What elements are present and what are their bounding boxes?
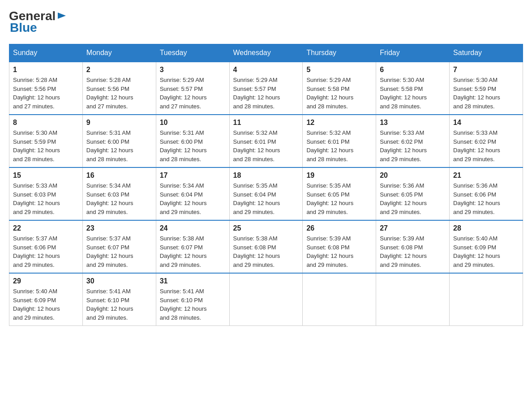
- day-number: 18: [233, 171, 299, 180]
- day-info: Sunrise: 5:36 AMSunset: 6:05 PMDaylight:…: [380, 181, 446, 216]
- day-number: 26: [306, 224, 372, 232]
- calendar-cell: 7Sunrise: 5:30 AMSunset: 5:59 PMDaylight…: [450, 62, 523, 115]
- svg-marker-0: [58, 13, 66, 19]
- day-info: Sunrise: 5:40 AMSunset: 6:09 PMDaylight:…: [453, 234, 519, 269]
- day-info: Sunrise: 5:34 AMSunset: 6:04 PMDaylight:…: [160, 181, 226, 216]
- day-info: Sunrise: 5:36 AMSunset: 6:06 PMDaylight:…: [453, 181, 519, 216]
- day-info: Sunrise: 5:28 AMSunset: 5:56 PMDaylight:…: [86, 76, 152, 111]
- day-info: Sunrise: 5:39 AMSunset: 6:08 PMDaylight:…: [380, 234, 446, 269]
- day-info: Sunrise: 5:35 AMSunset: 6:04 PMDaylight:…: [233, 181, 299, 216]
- day-number: 12: [306, 119, 372, 127]
- day-header-sunday: Sunday: [9, 44, 83, 62]
- calendar-cell: [376, 273, 450, 326]
- calendar-cell: 3Sunrise: 5:29 AMSunset: 5:57 PMDaylight…: [156, 62, 229, 115]
- logo: General Blue: [9, 9, 67, 35]
- day-number: 19: [306, 171, 372, 180]
- day-info: Sunrise: 5:41 AMSunset: 6:10 PMDaylight:…: [160, 287, 226, 322]
- day-info: Sunrise: 5:39 AMSunset: 6:08 PMDaylight:…: [306, 234, 372, 269]
- day-header-friday: Friday: [376, 44, 450, 62]
- day-info: Sunrise: 5:40 AMSunset: 6:09 PMDaylight:…: [13, 287, 79, 322]
- day-info: Sunrise: 5:31 AMSunset: 6:00 PMDaylight:…: [86, 128, 152, 163]
- page-header: General Blue: [9, 9, 523, 35]
- calendar-cell: 20Sunrise: 5:36 AMSunset: 6:05 PMDayligh…: [376, 167, 450, 220]
- calendar-cell: 15Sunrise: 5:33 AMSunset: 6:03 PMDayligh…: [9, 167, 83, 220]
- day-number: 13: [380, 119, 446, 127]
- day-number: 28: [453, 224, 519, 232]
- day-number: 11: [233, 119, 299, 127]
- day-info: Sunrise: 5:29 AMSunset: 5:57 PMDaylight:…: [233, 76, 299, 111]
- day-info: Sunrise: 5:29 AMSunset: 5:57 PMDaylight:…: [160, 76, 226, 111]
- logo-blue-text: Blue: [10, 21, 37, 35]
- day-info: Sunrise: 5:28 AMSunset: 5:56 PMDaylight:…: [13, 76, 79, 111]
- calendar-cell: [303, 273, 376, 326]
- day-header-saturday: Saturday: [450, 44, 523, 62]
- calendar-cell: 2Sunrise: 5:28 AMSunset: 5:56 PMDaylight…: [82, 62, 156, 115]
- calendar-cell: 1Sunrise: 5:28 AMSunset: 5:56 PMDaylight…: [9, 62, 83, 115]
- day-number: 30: [86, 277, 152, 285]
- day-number: 8: [13, 119, 79, 127]
- calendar-cell: 6Sunrise: 5:30 AMSunset: 5:58 PMDaylight…: [376, 62, 450, 115]
- calendar-cell: 21Sunrise: 5:36 AMSunset: 6:06 PMDayligh…: [450, 167, 523, 220]
- day-number: 3: [160, 66, 226, 74]
- calendar-cell: 16Sunrise: 5:34 AMSunset: 6:03 PMDayligh…: [82, 167, 156, 220]
- calendar-cell: 18Sunrise: 5:35 AMSunset: 6:04 PMDayligh…: [229, 167, 303, 220]
- calendar-cell: 17Sunrise: 5:34 AMSunset: 6:04 PMDayligh…: [156, 167, 229, 220]
- day-header-tuesday: Tuesday: [156, 44, 229, 62]
- day-info: Sunrise: 5:34 AMSunset: 6:03 PMDaylight:…: [86, 181, 152, 216]
- day-info: Sunrise: 5:35 AMSunset: 6:05 PMDaylight:…: [306, 181, 372, 216]
- day-number: 15: [13, 171, 79, 180]
- calendar-cell: 30Sunrise: 5:41 AMSunset: 6:10 PMDayligh…: [82, 273, 156, 326]
- day-number: 16: [86, 171, 152, 180]
- day-info: Sunrise: 5:31 AMSunset: 6:00 PMDaylight:…: [160, 128, 226, 163]
- day-number: 17: [160, 171, 226, 180]
- day-info: Sunrise: 5:30 AMSunset: 5:59 PMDaylight:…: [13, 128, 79, 163]
- calendar-cell: 5Sunrise: 5:29 AMSunset: 5:58 PMDaylight…: [303, 62, 376, 115]
- day-number: 23: [86, 224, 152, 232]
- calendar-cell: 12Sunrise: 5:32 AMSunset: 6:01 PMDayligh…: [303, 115, 376, 167]
- calendar-cell: 23Sunrise: 5:37 AMSunset: 6:07 PMDayligh…: [82, 220, 156, 273]
- week-row-4: 22Sunrise: 5:37 AMSunset: 6:06 PMDayligh…: [9, 220, 523, 273]
- day-info: Sunrise: 5:33 AMSunset: 6:02 PMDaylight:…: [453, 128, 519, 163]
- calendar-cell: 4Sunrise: 5:29 AMSunset: 5:57 PMDaylight…: [229, 62, 303, 115]
- calendar-cell: 22Sunrise: 5:37 AMSunset: 6:06 PMDayligh…: [9, 220, 83, 273]
- day-number: 5: [306, 66, 372, 74]
- week-row-2: 8Sunrise: 5:30 AMSunset: 5:59 PMDaylight…: [9, 115, 523, 167]
- day-info: Sunrise: 5:37 AMSunset: 6:07 PMDaylight:…: [86, 234, 152, 269]
- calendar-cell: 8Sunrise: 5:30 AMSunset: 5:59 PMDaylight…: [9, 115, 83, 167]
- day-info: Sunrise: 5:32 AMSunset: 6:01 PMDaylight:…: [233, 128, 299, 163]
- calendar-table: SundayMondayTuesdayWednesdayThursdayFrid…: [9, 44, 523, 326]
- day-info: Sunrise: 5:30 AMSunset: 5:58 PMDaylight:…: [380, 76, 446, 111]
- calendar-cell: 13Sunrise: 5:33 AMSunset: 6:02 PMDayligh…: [376, 115, 450, 167]
- calendar-cell: [229, 273, 303, 326]
- day-info: Sunrise: 5:38 AMSunset: 6:07 PMDaylight:…: [160, 234, 226, 269]
- calendar-cell: 31Sunrise: 5:41 AMSunset: 6:10 PMDayligh…: [156, 273, 229, 326]
- day-info: Sunrise: 5:41 AMSunset: 6:10 PMDaylight:…: [86, 287, 152, 322]
- day-number: 31: [160, 277, 226, 285]
- day-number: 6: [380, 66, 446, 74]
- calendar-header-row: SundayMondayTuesdayWednesdayThursdayFrid…: [9, 44, 523, 62]
- day-info: Sunrise: 5:32 AMSunset: 6:01 PMDaylight:…: [306, 128, 372, 163]
- day-number: 20: [380, 171, 446, 180]
- day-number: 10: [160, 119, 226, 127]
- calendar-cell: 29Sunrise: 5:40 AMSunset: 6:09 PMDayligh…: [9, 273, 83, 326]
- calendar-cell: 11Sunrise: 5:32 AMSunset: 6:01 PMDayligh…: [229, 115, 303, 167]
- day-info: Sunrise: 5:30 AMSunset: 5:59 PMDaylight:…: [453, 76, 519, 111]
- day-info: Sunrise: 5:38 AMSunset: 6:08 PMDaylight:…: [233, 234, 299, 269]
- day-header-thursday: Thursday: [303, 44, 376, 62]
- calendar-cell: 27Sunrise: 5:39 AMSunset: 6:08 PMDayligh…: [376, 220, 450, 273]
- day-number: 24: [160, 224, 226, 232]
- week-row-1: 1Sunrise: 5:28 AMSunset: 5:56 PMDaylight…: [9, 62, 523, 115]
- calendar-cell: [450, 273, 523, 326]
- day-number: 4: [233, 66, 299, 74]
- day-number: 21: [453, 171, 519, 180]
- day-number: 29: [13, 277, 79, 285]
- calendar-cell: 28Sunrise: 5:40 AMSunset: 6:09 PMDayligh…: [450, 220, 523, 273]
- day-number: 14: [453, 119, 519, 127]
- day-number: 7: [453, 66, 519, 74]
- day-info: Sunrise: 5:33 AMSunset: 6:02 PMDaylight:…: [380, 128, 446, 163]
- day-number: 9: [86, 119, 152, 127]
- day-number: 2: [86, 66, 152, 74]
- logo-arrow-icon: [57, 11, 67, 22]
- calendar-cell: 25Sunrise: 5:38 AMSunset: 6:08 PMDayligh…: [229, 220, 303, 273]
- calendar-cell: 14Sunrise: 5:33 AMSunset: 6:02 PMDayligh…: [450, 115, 523, 167]
